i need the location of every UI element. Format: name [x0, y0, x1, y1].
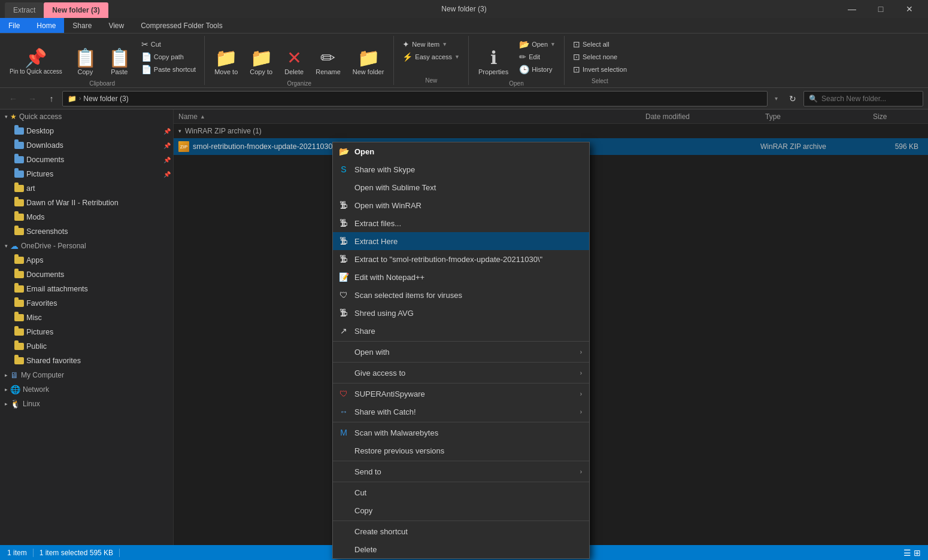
ctx-scan-viruses[interactable]: 🛡 Scan selected items for viruses	[333, 286, 589, 304]
ctx-shred-avg[interactable]: 🗜 Shred using AVG	[333, 304, 589, 322]
sidebar-item-apps[interactable]: Apps	[0, 253, 173, 267]
search-input[interactable]	[821, 95, 918, 103]
ctx-create-shortcut[interactable]: Create shortcut	[333, 522, 589, 540]
history-btn[interactable]: 🕒 History	[515, 63, 559, 75]
copy-path-button[interactable]: 📄 Copy path	[138, 51, 199, 63]
view-icon-list[interactable]: ☰	[903, 548, 911, 558]
sidebar-item-screenshots[interactable]: Screenshots	[0, 224, 173, 239]
ctx-skype-icon: S	[338, 163, 350, 175]
address-dropdown-button[interactable]: ▾	[770, 91, 782, 106]
address-path: New folder (3)	[83, 95, 128, 103]
linux-header[interactable]: ▸ 🐧 Linux	[0, 397, 173, 411]
ctx-extract-here[interactable]: 🗜 Extract Here	[333, 232, 589, 250]
search-bar[interactable]: 🔍	[803, 91, 923, 106]
ctx-open-with[interactable]: Open with ›	[333, 343, 589, 361]
ctx-restore-versions[interactable]: Restore previous versions	[333, 442, 589, 459]
sidebar-item-od-documents[interactable]: Documents	[0, 267, 173, 282]
ctx-super-antispyware[interactable]: 🛡 SUPERAntiSpyware ›	[333, 385, 589, 403]
ctx-send-to[interactable]: Send to ›	[333, 462, 589, 480]
select-all-button[interactable]: ⊡ Select all	[569, 38, 630, 50]
ctx-cut[interactable]: Cut	[333, 483, 589, 501]
minimize-button[interactable]: —	[838, 0, 866, 18]
sidebar-item-public[interactable]: Public	[0, 339, 173, 354]
address-bar[interactable]: 📁 › New folder (3)	[62, 91, 768, 106]
new-items: ✦ New item ▼ ⚡ Easy access ▼	[399, 36, 463, 77]
ctx-delete[interactable]: Delete	[333, 540, 589, 558]
delete-button[interactable]: ✕ Delete	[280, 38, 308, 78]
ctx-edit-notepad[interactable]: 📝 Edit with Notepad++	[333, 268, 589, 286]
move-to-button[interactable]: 📁 Move to	[210, 38, 242, 78]
ctx-share[interactable]: ↗ Share	[333, 322, 589, 340]
quick-access-header[interactable]: ▾ ★ Quick access	[0, 109, 173, 124]
ctx-copy[interactable]: Copy	[333, 501, 589, 519]
sidebar-item-documents[interactable]: Documents 📌	[0, 153, 173, 167]
rename-button[interactable]: ✏ Rename	[311, 38, 345, 78]
ctx-sep-2	[333, 362, 589, 363]
sidebar-item-pictures[interactable]: Pictures 📌	[0, 167, 173, 181]
file-group-winrar[interactable]: ▾ WinRAR ZIP archive (1)	[174, 124, 928, 138]
col-header-type[interactable]: Type	[760, 109, 868, 123]
tab-file[interactable]: File	[0, 18, 28, 33]
refresh-button[interactable]: ↻	[784, 91, 801, 106]
up-button[interactable]: ↑	[43, 90, 60, 107]
back-button[interactable]: ←	[5, 90, 22, 107]
paste-button[interactable]: 📋 Paste	[104, 38, 135, 78]
pin-quick-access-button[interactable]: 📌 Pin to Quick access	[5, 38, 67, 78]
copy-to-button[interactable]: 📁 Copy to	[245, 38, 277, 78]
ctx-arrow-super: ›	[580, 391, 582, 397]
properties-button[interactable]: ℹ Properties	[474, 38, 513, 78]
network-header[interactable]: ▸ 🌐 Network	[0, 382, 173, 397]
col-header-date[interactable]: Date modified	[641, 109, 760, 123]
sidebar-item-dow[interactable]: Dawn of War II - Retribution	[0, 196, 173, 210]
sidebar-item-misc[interactable]: Misc	[0, 311, 173, 325]
cut-button[interactable]: ✂ Cut	[138, 38, 199, 50]
open-btn[interactable]: 📂 Open ▼	[515, 38, 559, 50]
ctx-open-winrar[interactable]: 🗜 Open with WinRAR	[333, 196, 589, 214]
sidebar-item-email-attachments[interactable]: Email attachments	[0, 282, 173, 296]
pictures-folder-icon	[14, 171, 24, 178]
ctx-send-icon	[338, 465, 350, 477]
tab-view[interactable]: View	[100, 18, 132, 33]
tab-compressed-folder-tools[interactable]: Compressed Folder Tools	[132, 18, 231, 33]
tab-extract[interactable]: Extract	[5, 2, 44, 18]
ctx-open[interactable]: 📂 Open	[333, 142, 589, 160]
onedrive-header[interactable]: ▾ ☁ OneDrive - Personal	[0, 239, 173, 253]
ribbon-group-select: ⊡ Select all ⊡ Select none ⊡ Invert sele…	[565, 36, 635, 85]
ctx-open-sublime[interactable]: Open with Sublime Text	[333, 178, 589, 196]
sidebar-item-mods[interactable]: Mods	[0, 210, 173, 224]
sidebar-item-od-pictures[interactable]: Pictures	[0, 325, 173, 339]
tab-share[interactable]: Share	[64, 18, 100, 33]
new-item-button[interactable]: ✦ New item ▼	[399, 38, 463, 50]
ctx-extract-files[interactable]: 🗜 Extract files...	[333, 214, 589, 232]
my-computer-header[interactable]: ▸ 🖥 My Computer	[0, 368, 173, 382]
forward-button[interactable]: →	[24, 90, 41, 107]
chevron-right-icon-net: ▸	[5, 386, 8, 392]
maximize-button[interactable]: □	[867, 0, 894, 18]
col-header-size[interactable]: Size	[868, 109, 928, 123]
ctx-malwarebytes[interactable]: M Scan with Malwarebytes	[333, 424, 589, 442]
ctx-share-skype[interactable]: S Share with Skype	[333, 160, 589, 178]
invert-icon: ⊡	[573, 65, 580, 74]
edit-btn[interactable]: ✏ Edit	[515, 51, 559, 63]
sidebar-item-art[interactable]: art	[0, 181, 173, 196]
tab-new-folder[interactable]: New folder (3)	[44, 2, 108, 18]
paste-shortcut-button[interactable]: 📄 Paste shortcut	[138, 63, 199, 75]
ctx-give-access[interactable]: Give access to ›	[333, 364, 589, 382]
sidebar-item-downloads[interactable]: Downloads 📌	[0, 138, 173, 153]
close-button[interactable]: ✕	[896, 0, 923, 18]
new-folder-button[interactable]: 📁 New folder	[348, 38, 389, 78]
copy-button[interactable]: 📋 Copy	[69, 38, 101, 78]
ctx-arrow-access: ›	[580, 370, 582, 376]
easy-access-button[interactable]: ⚡ Easy access ▼	[399, 51, 463, 63]
sidebar-item-shared-favorites[interactable]: Shared favorites	[0, 354, 173, 368]
ctx-extract-to[interactable]: 🗜 Extract to "smol-retribution-fmodex-up…	[333, 250, 589, 268]
tab-home[interactable]: Home	[28, 18, 64, 33]
select-none-button[interactable]: ⊡ Select none	[569, 51, 630, 63]
invert-selection-button[interactable]: ⊡ Invert selection	[569, 63, 630, 75]
pin-indicator-pic: 📌	[163, 171, 171, 178]
ctx-share-catch[interactable]: ↔ Share with Catch! ›	[333, 403, 589, 421]
sidebar-item-favorites[interactable]: Favorites	[0, 296, 173, 311]
sidebar-item-desktop[interactable]: Desktop 📌	[0, 124, 173, 138]
view-icon-grid[interactable]: ⊞	[914, 548, 921, 558]
col-header-name[interactable]: Name ▲	[174, 109, 641, 123]
